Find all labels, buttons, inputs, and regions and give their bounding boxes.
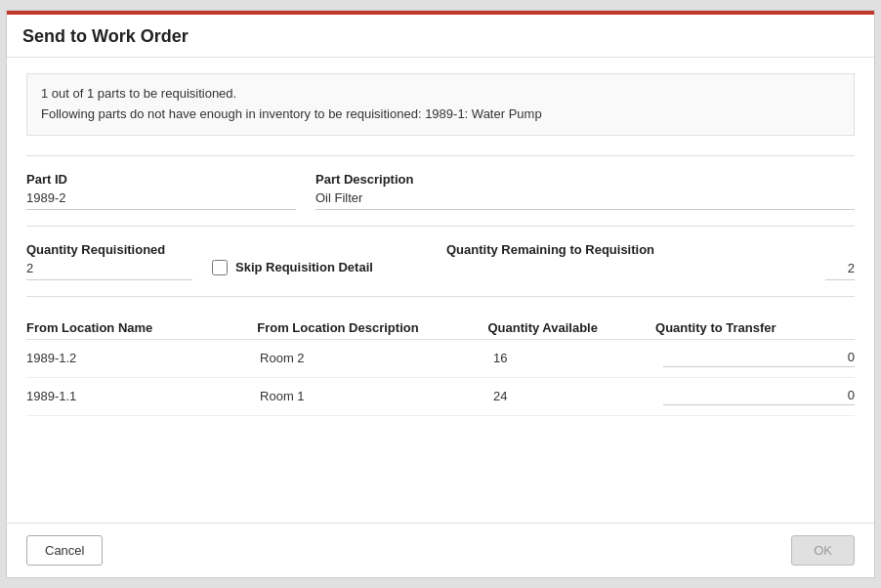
col-header-from-loc: From Location Name (26, 320, 257, 335)
qty-avail-1: 24 (493, 389, 663, 403)
part-id-label: Part ID (26, 172, 296, 187)
info-box: 1 out of 1 parts to be requisitioned. Fo… (26, 73, 855, 136)
qty-avail-0: 16 (493, 351, 663, 365)
qty-remaining-value: 2 (825, 261, 855, 280)
send-to-work-order-dialog: Send to Work Order 1 out of 1 parts to b… (6, 10, 875, 578)
quantity-section: Quantity Requisitioned 2 Skip Requisitio… (26, 242, 855, 280)
col-header-qty-transfer: Quantity to Transfer (655, 320, 855, 335)
qty-transfer-input-1[interactable]: 0 (663, 388, 855, 405)
part-id-field: Part ID 1989-2 (26, 172, 296, 210)
table-row: 1989-1.2 Room 2 16 0 (26, 340, 855, 378)
qty-remaining-label: Quantity Remaining to Requisition (446, 242, 855, 257)
part-desc-label: Part Description (315, 172, 855, 187)
col-header-qty-avail: Quantity Available (487, 320, 655, 335)
info-line1: 1 out of 1 parts to be requisitioned. (41, 84, 840, 105)
quantity-row: Quantity Requisitioned 2 Skip Requisitio… (26, 242, 855, 280)
qty-req-value: 2 (26, 261, 192, 280)
divider-2 (26, 226, 855, 227)
loc-name-0: 1989-1.2 (26, 351, 260, 365)
qty-transfer-cell-0: 0 (663, 350, 855, 367)
qty-remaining-field: Quantity Remaining to Requisition 2 (446, 242, 855, 280)
table-row: 1989-1.1 Room 1 24 0 (26, 378, 855, 416)
col-header-from-desc: From Location Description (257, 320, 487, 335)
part-id-value: 1989-2 (26, 190, 296, 210)
info-line2: Following parts do not have enough in in… (41, 105, 840, 125)
qty-transfer-cell-1: 0 (663, 388, 855, 405)
part-section: Part ID 1989-2 Part Description Oil Filt… (26, 172, 855, 210)
part-row: Part ID 1989-2 Part Description Oil Filt… (26, 172, 855, 210)
loc-desc-1: Room 1 (260, 389, 493, 403)
dialog-title-bar: Send to Work Order (7, 11, 874, 58)
table-header-row: From Location Name From Location Descrip… (26, 313, 855, 340)
dialog-body: 1 out of 1 parts to be requisitioned. Fo… (7, 58, 874, 523)
divider-1 (26, 155, 855, 156)
skip-req-checkbox[interactable] (212, 260, 228, 275)
ok-button[interactable]: OK (791, 535, 855, 566)
qty-transfer-input-0[interactable]: 0 (663, 350, 855, 367)
qty-req-label: Quantity Requisitioned (26, 242, 192, 257)
location-table: From Location Name From Location Descrip… (26, 313, 855, 416)
cancel-button[interactable]: Cancel (26, 535, 103, 566)
dialog-title: Send to Work Order (22, 26, 189, 46)
qty-req-field: Quantity Requisitioned 2 (26, 242, 192, 280)
part-desc-value: Oil Filter (315, 190, 855, 210)
divider-3 (26, 296, 855, 297)
skip-req-checkbox-row: Skip Requisition Detail (212, 242, 427, 275)
skip-req-field: Skip Requisition Detail (212, 242, 427, 275)
part-desc-field: Part Description Oil Filter (315, 172, 855, 210)
dialog-footer: Cancel OK (7, 523, 874, 577)
loc-desc-0: Room 2 (260, 351, 493, 365)
loc-name-1: 1989-1.1 (26, 389, 260, 403)
skip-req-label[interactable]: Skip Requisition Detail (235, 260, 373, 274)
